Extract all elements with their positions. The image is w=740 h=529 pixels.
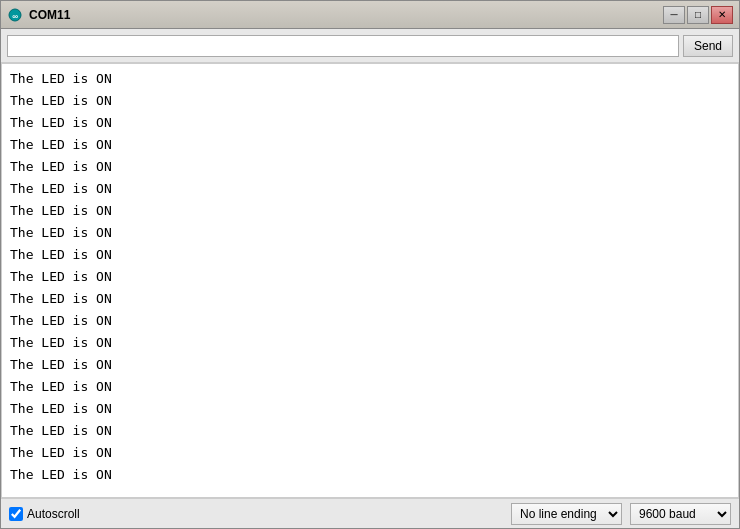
serial-line: The LED is ON <box>10 332 730 354</box>
serial-line: The LED is ON <box>10 288 730 310</box>
serial-line: The LED is ON <box>10 244 730 266</box>
main-window: ∞ COM11 ─ □ ✕ Send The LED is ONThe LED … <box>0 0 740 529</box>
serial-line: The LED is ON <box>10 200 730 222</box>
serial-line: The LED is ON <box>10 376 730 398</box>
autoscroll-label[interactable]: Autoscroll <box>27 507 80 521</box>
serial-line: The LED is ON <box>10 90 730 112</box>
close-button[interactable]: ✕ <box>711 6 733 24</box>
autoscroll-control: Autoscroll <box>9 507 80 521</box>
status-bar: Autoscroll No line endingNewlineCarriage… <box>1 498 739 528</box>
toolbar: Send <box>1 29 739 63</box>
baud-rate-select[interactable]: 300 baud1200 baud2400 baud4800 baud9600 … <box>630 503 731 525</box>
svg-text:∞: ∞ <box>12 11 18 20</box>
line-ending-select[interactable]: No line endingNewlineCarriage returnBoth… <box>511 503 622 525</box>
serial-line: The LED is ON <box>10 222 730 244</box>
send-button[interactable]: Send <box>683 35 733 57</box>
serial-line: The LED is ON <box>10 68 730 90</box>
serial-line: The LED is ON <box>10 178 730 200</box>
serial-line: The LED is ON <box>10 354 730 376</box>
window-title: COM11 <box>29 8 663 22</box>
serial-line: The LED is ON <box>10 310 730 332</box>
minimize-button[interactable]: ─ <box>663 6 685 24</box>
serial-line: The LED is ON <box>10 398 730 420</box>
window-controls: ─ □ ✕ <box>663 6 733 24</box>
serial-line: The LED is ON <box>10 442 730 464</box>
title-bar: ∞ COM11 ─ □ ✕ <box>1 1 739 29</box>
autoscroll-checkbox[interactable] <box>9 507 23 521</box>
serial-input[interactable] <box>7 35 679 57</box>
serial-line: The LED is ON <box>10 420 730 442</box>
serial-line: The LED is ON <box>10 112 730 134</box>
serial-line: The LED is ON <box>10 464 730 486</box>
serial-line: The LED is ON <box>10 134 730 156</box>
serial-line: The LED is ON <box>10 156 730 178</box>
app-icon: ∞ <box>7 7 23 23</box>
serial-line: The LED is ON <box>10 266 730 288</box>
serial-output: The LED is ONThe LED is ONThe LED is ONT… <box>1 63 739 498</box>
maximize-button[interactable]: □ <box>687 6 709 24</box>
